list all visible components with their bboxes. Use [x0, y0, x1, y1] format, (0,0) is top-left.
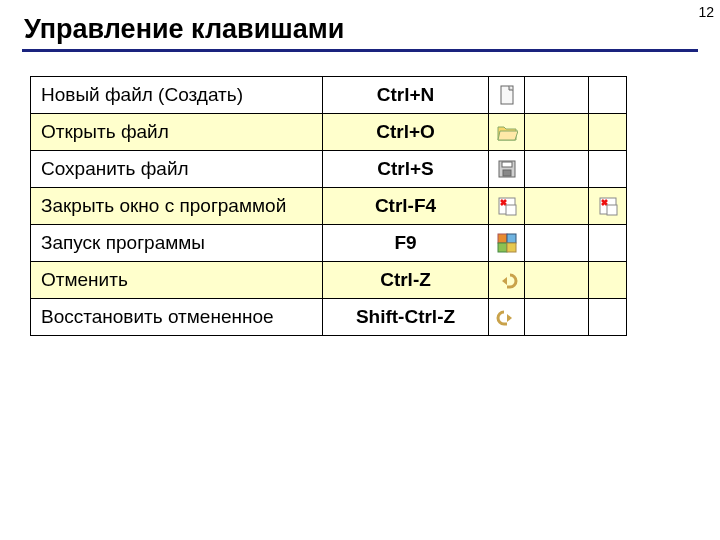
- table-row: Восстановить отмененное Shift-Ctrl-Z: [31, 299, 627, 336]
- table-row: Новый файл (Создать) Ctrl+N: [31, 77, 627, 114]
- action-cell: Запуск программы: [31, 225, 323, 262]
- gap-cell: [525, 262, 589, 299]
- slide-title: Управление клавишами: [22, 14, 698, 45]
- svg-rect-5: [506, 205, 516, 215]
- title-rule: [22, 49, 698, 52]
- close-window-icon: [496, 195, 518, 217]
- table-row: Запуск программы F9: [31, 225, 627, 262]
- icon-cell-2: [589, 225, 627, 262]
- key-cell: Ctrl+S: [323, 151, 489, 188]
- icon-cell-2: [589, 299, 627, 336]
- icon-cell: [489, 188, 525, 225]
- action-cell: Новый файл (Создать): [31, 77, 323, 114]
- svg-rect-7: [607, 205, 617, 215]
- key-cell: F9: [323, 225, 489, 262]
- action-cell: Восстановить отмененное: [31, 299, 323, 336]
- gap-cell: [525, 188, 589, 225]
- table-row: Открыть файл Ctrl+O: [31, 114, 627, 151]
- icon-cell-2: [589, 151, 627, 188]
- action-cell: Сохранить файл: [31, 151, 323, 188]
- open-file-icon: [496, 121, 518, 143]
- action-cell: Открыть файл: [31, 114, 323, 151]
- gap-cell: [525, 151, 589, 188]
- slide: Управление клавишами Новый файл (Создать…: [0, 0, 720, 336]
- action-cell: Отменить: [31, 262, 323, 299]
- run-icon: [496, 232, 518, 254]
- icon-cell-2: [589, 188, 627, 225]
- icon-cell: [489, 77, 525, 114]
- page-number: 12: [698, 4, 714, 20]
- icon-cell: [489, 151, 525, 188]
- gap-cell: [525, 225, 589, 262]
- key-cell: Ctrl-Z: [323, 262, 489, 299]
- svg-rect-2: [502, 162, 512, 167]
- gap-cell: [525, 299, 589, 336]
- svg-rect-8: [498, 234, 507, 243]
- shortcuts-table: Новый файл (Создать) Ctrl+N Открыть файл…: [30, 76, 627, 336]
- svg-rect-10: [498, 243, 507, 252]
- table-row: Сохранить файл Ctrl+S: [31, 151, 627, 188]
- icon-cell-2: [589, 114, 627, 151]
- key-cell: Ctrl-F4: [323, 188, 489, 225]
- key-cell: Ctrl+O: [323, 114, 489, 151]
- icon-cell-2: [589, 77, 627, 114]
- table-row: Отменить Ctrl-Z: [31, 262, 627, 299]
- new-file-icon: [496, 84, 518, 106]
- key-cell: Shift-Ctrl-Z: [323, 299, 489, 336]
- gap-cell: [525, 77, 589, 114]
- key-cell: Ctrl+N: [323, 77, 489, 114]
- table-row: Закрыть окно с программой Ctrl-F4: [31, 188, 627, 225]
- icon-cell: [489, 299, 525, 336]
- action-cell: Закрыть окно с программой: [31, 188, 323, 225]
- icon-cell: [489, 114, 525, 151]
- svg-rect-11: [507, 243, 516, 252]
- close-window-icon: [597, 195, 619, 217]
- gap-cell: [525, 114, 589, 151]
- icon-cell: [489, 225, 525, 262]
- save-icon: [496, 158, 518, 180]
- icon-cell-2: [589, 262, 627, 299]
- icon-cell: [489, 262, 525, 299]
- svg-rect-9: [507, 234, 516, 243]
- undo-icon: [496, 269, 518, 291]
- redo-icon: [496, 306, 518, 328]
- svg-rect-3: [503, 170, 511, 176]
